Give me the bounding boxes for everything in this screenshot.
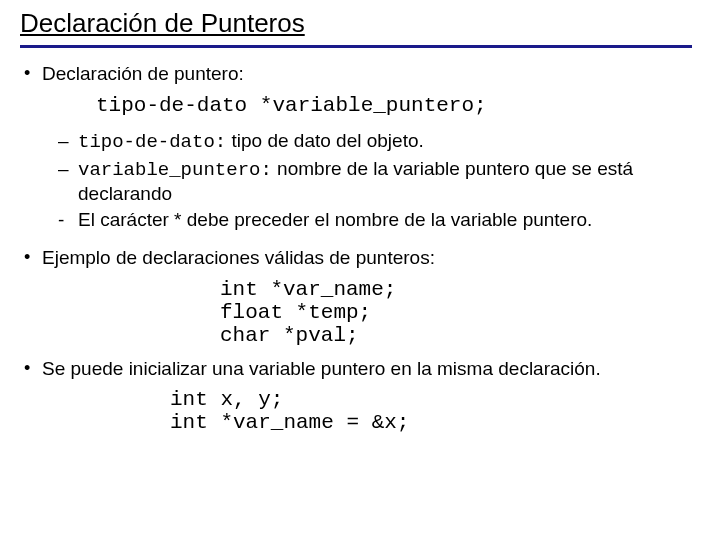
sub-list: tipo-de-dato: tipo de dato del objeto. v… bbox=[20, 129, 692, 232]
sub-item-tipo-code: tipo-de-dato: bbox=[78, 131, 226, 153]
bullet-examples: Ejemplo de declaraciones válidas de punt… bbox=[20, 246, 692, 270]
sub-item-variable: variable_puntero: nombre de la variable … bbox=[78, 157, 692, 207]
code-example-declarations: int *var_name; float *temp; char *pval; bbox=[220, 278, 692, 347]
sub-item-asterisk: El carácter * debe preceder el nombre de… bbox=[78, 208, 692, 232]
slide: Declaración de Punteros Declaración de p… bbox=[0, 0, 720, 540]
title-underline bbox=[20, 45, 692, 48]
sub-item-tipo-text: tipo de dato del objeto. bbox=[226, 130, 424, 151]
code-declaration-syntax: tipo-de-dato *variable_puntero; bbox=[96, 94, 692, 117]
bullet-declaration: Declaración de puntero: bbox=[20, 62, 692, 86]
bullet-init: Se puede inicializar una variable punter… bbox=[20, 357, 692, 381]
code-init-example: int x, y; int *var_name = &x; bbox=[170, 388, 692, 434]
slide-title: Declaración de Punteros bbox=[20, 8, 692, 39]
sub-item-tipo: tipo-de-dato: tipo de dato del objeto. bbox=[78, 129, 692, 155]
sub-item-variable-code: variable_puntero: bbox=[78, 159, 272, 181]
